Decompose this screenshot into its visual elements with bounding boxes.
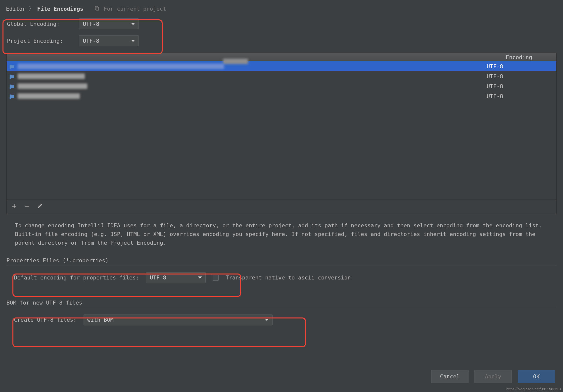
cancel-button[interactable]: Cancel [431,370,469,383]
project-encoding-value: UTF-8 [83,38,99,44]
breadcrumb-scope: For current project [104,6,166,12]
svg-rect-4 [10,87,11,89]
breadcrumb-leaf: File Encodings [37,6,83,12]
folder-icon [9,64,15,69]
global-encoding-combo[interactable]: UTF-8 [79,18,139,29]
properties-encoding-value: UTF-8 [150,274,166,281]
project-encoding-label: Project Encoding: [7,38,79,44]
chevron-down-icon [131,23,135,25]
encoding-cell[interactable]: UTF-8 [482,93,556,99]
redacted-path [18,64,224,69]
redacted-path [18,83,87,89]
info-text: To change encoding IntelliJ IDEA uses fo… [15,221,548,247]
table-row[interactable]: UTF-8 [7,61,556,71]
chevron-down-icon [131,40,135,42]
svg-rect-5 [10,97,11,99]
table-row[interactable]: UTF-8 [7,71,556,81]
global-encoding-label: Global Encoding: [7,21,79,27]
apply-button[interactable]: Apply [474,370,512,383]
encoding-cell[interactable]: UTF-8 [482,83,556,89]
edit-button[interactable] [37,203,43,210]
remove-button[interactable] [24,203,30,210]
svg-rect-1 [96,7,98,10]
bom-section-title: BOM for new UTF-8 files [6,300,557,306]
bom-label: Create UTF-8 files: [14,317,77,323]
redacted-path [18,93,80,99]
column-header-encoding[interactable]: Encoding [482,54,556,60]
encoding-cell[interactable]: UTF-8 [482,63,556,70]
global-encoding-value: UTF-8 [83,21,99,27]
properties-encoding-combo[interactable]: UTF-8 [146,272,206,283]
encoding-cell[interactable]: UTF-8 [482,73,556,79]
folder-icon [9,74,15,79]
bom-value: with BOM [87,317,114,323]
folder-icon [9,93,15,99]
watermark: https://blog.csdn.net/u011983531 [506,387,562,391]
breadcrumb-separator: 〉 [29,5,34,12]
table-row[interactable]: UTF-8 [7,91,556,101]
copy-icon [94,6,99,12]
table-row[interactable]: UTF-8 [7,81,556,91]
breadcrumb: Editor 〉 File Encodings For current proj… [0,0,563,17]
add-button[interactable] [11,203,17,210]
transparent-ascii-label: Transparent native-to-ascii conversion [226,274,351,281]
chevron-down-icon [265,319,269,321]
chevron-down-icon [198,276,202,279]
redacted-header [223,59,248,64]
svg-rect-2 [10,68,11,69]
properties-section-title: Properties Files (*.properties) [6,257,557,264]
encoding-table: Encoding UTF-8UTF-8UTF-8UTF-8 [6,53,557,214]
ok-button[interactable]: OK [518,370,555,383]
redacted-path [18,74,85,79]
project-encoding-combo[interactable]: UTF-8 [79,35,139,46]
bom-combo[interactable]: with BOM [84,314,273,325]
folder-icon [9,83,15,89]
svg-rect-3 [10,78,11,79]
breadcrumb-root[interactable]: Editor [6,6,26,12]
transparent-ascii-checkbox[interactable] [213,275,219,281]
properties-encoding-label: Default encoding for properties files: [14,274,139,281]
